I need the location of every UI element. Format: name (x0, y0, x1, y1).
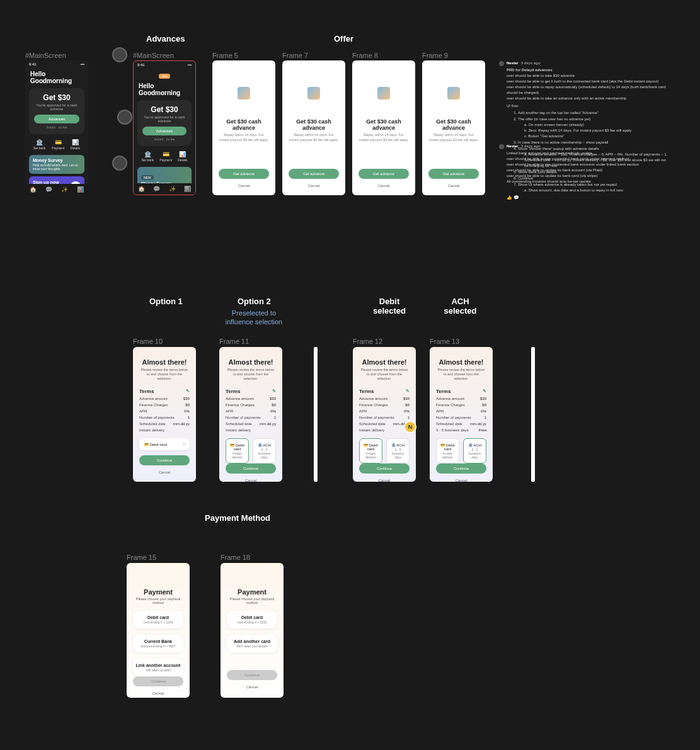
user-avatar-1[interactable] (112, 47, 127, 62)
offer-icon (307, 87, 320, 99)
frame-label-main1: #MainScreen (25, 52, 66, 59)
pay-card-bank[interactable]: Current Bankaccount ending in • 4567 (133, 635, 183, 652)
survey-badge: NEW (141, 175, 154, 180)
offer-sub: Repay within 14 days. For instant payout… (289, 133, 339, 142)
frame-label-12: Frame 12 (353, 338, 382, 345)
status-bar: 9:41••• (25, 60, 88, 68)
option-debit[interactable]: 💳 Debit cardInstant delivery (359, 438, 382, 463)
continue-button[interactable]: Continue (227, 670, 277, 680)
edit-icon[interactable]: ✎ (272, 389, 276, 394)
payment-frame-18[interactable]: Payment Please choose your payback metho… (221, 563, 284, 698)
tab-home[interactable]: 🏠 (138, 186, 145, 192)
cancel-button[interactable]: Cancel (436, 477, 486, 482)
offer-title: Get $30 cash advance (359, 118, 409, 131)
hero-card[interactable]: Get $30 You're approved for a cash advan… (29, 88, 84, 134)
option-debit[interactable]: 💳 Debit cardInstant delivery (436, 438, 459, 463)
details-icon: 📊 (178, 151, 187, 157)
option-ach[interactable]: 🏦 ACH3 - 5 business days (253, 438, 276, 463)
terms-frame-13[interactable]: Almost there! Please review the terms be… (430, 347, 493, 482)
card-icon: 💳 (159, 151, 172, 157)
chevron-right-icon: › (183, 442, 185, 446)
cancel-button[interactable]: Cancel (359, 183, 409, 189)
greeting: Hello Goodmorning (134, 80, 195, 98)
offer-title: Get $30 cash advance (219, 118, 269, 131)
tab-2[interactable]: 💬 (153, 186, 160, 192)
cancel-button[interactable]: Cancel (226, 477, 276, 482)
action-setbank[interactable]: 🏦Set bank (142, 151, 154, 162)
greeting: Hello Goodmorning (25, 68, 88, 86)
payment-frame-15[interactable]: Payment Please choose your payback metho… (127, 563, 190, 698)
cancel-button[interactable]: Cancel (227, 684, 277, 690)
tab-home[interactable]: 🏠 (30, 186, 37, 193)
user-avatar-2[interactable] (117, 110, 132, 125)
cancel-button[interactable]: Cancel (133, 690, 183, 696)
advances-button[interactable]: Advances (142, 127, 186, 135)
pay-card-debit[interactable]: Debit cardcard ending in • 3232 (227, 611, 277, 628)
terms-frame-12[interactable]: Almost there! Please review the terms be… (353, 347, 416, 482)
hero-card[interactable]: Get $30 You're approved for a cash advan… (137, 100, 192, 146)
offer-icon (447, 87, 460, 99)
cancel-button[interactable]: Cancel (359, 477, 410, 482)
advances-button[interactable]: Advances (34, 115, 79, 123)
action-payment[interactable]: 💳Payment (52, 139, 64, 150)
cancel-button[interactable]: Cancel (289, 183, 339, 189)
terms-frame-10[interactable]: Almost there! Please review the terms be… (133, 347, 196, 482)
cancel-button[interactable]: Cancel (139, 469, 190, 475)
section-ach-selected: ACH selected (443, 297, 478, 315)
main-screen-2[interactable]: 9:41••• chat Hello Goodmorning Get $30 Y… (133, 60, 196, 195)
edit-icon[interactable]: ✎ (483, 389, 486, 394)
terms-frame-11[interactable]: Almost there! Please review the terms be… (219, 347, 282, 482)
cancel-button[interactable]: Cancel (219, 183, 269, 189)
get-advance-button[interactable]: Get advance (359, 169, 409, 179)
cancel-button[interactable]: Cancel (428, 183, 479, 189)
continue-button[interactable]: Continue (436, 463, 486, 474)
offer-frame-7[interactable]: Get $30 cash advanceRepay within 14 days… (282, 60, 345, 195)
continue-button[interactable]: Continue (133, 676, 183, 686)
hero-btn-sub: Instant · no fee (142, 137, 186, 141)
comment-thread-2[interactable]: Nester 3 days ago Linked bank account an… (499, 144, 669, 185)
continue-button[interactable]: Continue (226, 463, 276, 474)
edit-icon[interactable]: ✎ (406, 389, 410, 394)
offer-frame-5[interactable]: Get $30 cash advance Repay within 14 day… (212, 60, 275, 195)
get-advance-button[interactable]: Get advance (219, 169, 269, 179)
comment-title: PRD for Delayd advances (507, 67, 669, 73)
get-advance-button[interactable]: Get advance (428, 169, 479, 179)
offer-title: Get $30 cash advance (289, 118, 339, 131)
edit-icon[interactable]: ✎ (186, 389, 190, 394)
get-advance-button[interactable]: Get advance (289, 169, 339, 179)
section-advances: Advances (146, 34, 185, 43)
user-avatar-3[interactable] (112, 156, 127, 171)
offer-frame-8[interactable]: Get $30 cash advanceRepay within 14 days… (352, 60, 415, 195)
thin-frame-2 (531, 347, 535, 482)
main-screen-1[interactable]: 9:41••• Hello Goodmorning Get $30 You're… (25, 60, 88, 195)
offer-icon (238, 87, 250, 99)
payment-sub: Please choose your payback method (227, 597, 277, 605)
action-details[interactable]: 📊Details (71, 139, 80, 150)
action-setbank[interactable]: 🏦Set bank (33, 139, 46, 150)
option-ach[interactable]: 🏦 ACH3 - 5 business days (386, 438, 410, 463)
action-details[interactable]: 📊Details (178, 151, 187, 162)
tab-4[interactable]: 📊 (77, 186, 84, 193)
hero-title: Get $30 (142, 105, 186, 114)
continue-button[interactable]: Continue (359, 463, 410, 474)
hero-sub: You're approved for a cash advance (142, 115, 186, 123)
tab-4[interactable]: 📊 (184, 186, 191, 192)
tab-2[interactable]: 💬 (45, 186, 52, 193)
quick-actions: 🏦Set bank 💳Payment 📊Details (134, 149, 195, 164)
payment-select[interactable]: 💳 Debit card› (139, 438, 190, 450)
tab-3[interactable]: ✨ (169, 186, 176, 192)
pay-card-add[interactable]: Add another cardWe'll need your details (227, 635, 277, 652)
terms-sub: Please review the terms below to and cho… (139, 368, 190, 381)
continue-button[interactable]: Continue (139, 455, 190, 465)
pay-card-link[interactable]: Link another accountWill open up plaid (133, 659, 183, 676)
tab-3[interactable]: ✨ (61, 186, 68, 193)
option-debit[interactable]: 💳 Debit cardInstant delivery (226, 438, 249, 463)
action-payment[interactable]: 💳Payment (159, 151, 172, 162)
survey-card[interactable]: Money Survey Help us build what's next. … (29, 155, 84, 174)
reaction-icons[interactable]: 👍 💬 (507, 195, 669, 202)
terms-title: Almost there! (359, 358, 410, 366)
option-ach[interactable]: 🏦 ACH3 - 5 business days (463, 438, 486, 463)
card-icon: 💳 (52, 139, 64, 145)
offer-frame-9[interactable]: Get $30 cash advanceRepay within 14 days… (422, 60, 485, 195)
pay-card-debit[interactable]: Debit cardcard ending in • 1234 (133, 611, 183, 628)
